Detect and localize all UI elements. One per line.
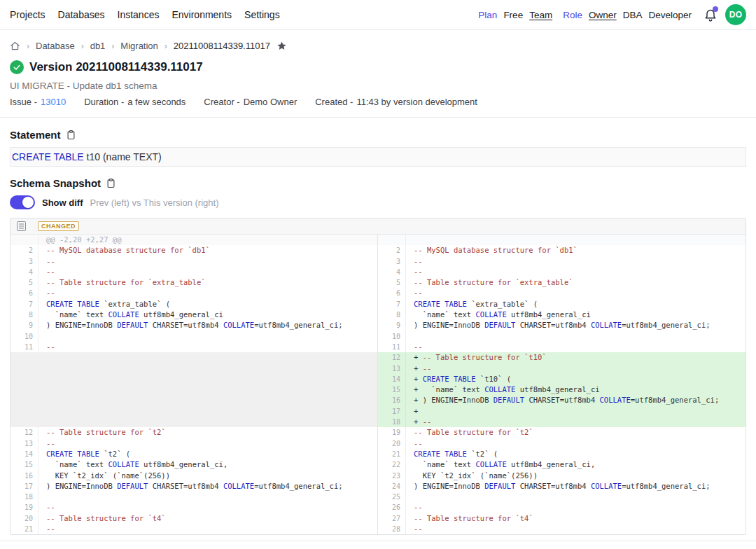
home-icon[interactable]: [10, 41, 20, 51]
top-nav-bar: Projects Databases Instances Environment…: [0, 0, 756, 30]
code-line: --: [38, 524, 377, 534]
line-number: 16: [378, 395, 406, 405]
line-number: 4: [10, 267, 38, 277]
line-number: 4: [378, 267, 406, 277]
sql-segment-c: -- MySQL database structure for `db1`: [46, 246, 210, 254]
code-line: [38, 331, 377, 342]
code-line: -- Table structure for `t2`: [38, 427, 377, 438]
breadcrumb: › Database › db1 › Migration › 202110081…: [0, 30, 756, 51]
page-title: Version 20211008114339.11017: [29, 60, 203, 74]
sql-segment-c: -- Table structure for `extra_table`: [414, 278, 573, 286]
sql-segment-c: --: [414, 524, 423, 533]
sql-segment-p: `t10` (: [476, 375, 512, 383]
diff-row: 21CREATE TABLE `t2` (: [378, 449, 746, 459]
copy-snapshot-icon[interactable]: [106, 178, 116, 188]
sql-segment-p: CHARSET=utf8mb4: [148, 482, 223, 490]
section-divider: [0, 117, 756, 118]
role-label[interactable]: Role: [563, 10, 582, 20]
line-number: 19: [378, 427, 406, 438]
line-number: [10, 235, 38, 245]
sql-segment-p: `name` text: [414, 310, 476, 319]
diff-row: 19-- Table structure for `t2`: [378, 427, 746, 438]
notification-bell-icon[interactable]: [702, 6, 719, 23]
role-option-owner[interactable]: Owner: [589, 10, 617, 20]
sql-segment-p: CHARSET=utf8mb4: [524, 396, 599, 404]
line-number: 17: [10, 481, 38, 492]
nav-item-environments[interactable]: Environments: [172, 9, 232, 20]
sql-segment-p: +: [414, 407, 418, 415]
success-check-icon: [10, 60, 24, 74]
breadcrumb-migration[interactable]: Migration: [120, 41, 158, 51]
code-line: `name` text COLLATE utf8mb4_general_ci,: [38, 459, 377, 470]
sql-segment-k: COLLATE: [476, 310, 507, 319]
diff-row: 6--: [10, 288, 377, 298]
line-number: 7: [10, 299, 38, 310]
sql-segment-c: -- MySQL database structure for `db1`: [414, 246, 578, 254]
nav-item-instances[interactable]: Instances: [118, 9, 160, 20]
sql-segment-k: DEFAULT: [117, 482, 148, 490]
nav-right-controls: Plan Free Team Role Owner DBA Developer …: [478, 4, 746, 25]
sql-segment-k: DEFAULT: [493, 396, 524, 404]
issue-link[interactable]: 13010: [41, 97, 66, 107]
breadcrumb-database[interactable]: Database: [36, 41, 75, 51]
role-option-developer[interactable]: Developer: [648, 10, 692, 20]
sql-segment-p: + ) ENGINE=InnoDB: [414, 396, 493, 404]
diff-row: 19--: [10, 502, 377, 513]
line-number: 5: [378, 277, 406, 288]
snapshot-section-header: Schema Snapshot: [10, 177, 746, 189]
sql-segment-k: CREATE TABLE: [414, 450, 467, 458]
diff-row: 7CREATE TABLE `extra_table` (: [10, 299, 377, 310]
sql-segment-p: t10 (name TEXT): [84, 151, 162, 162]
nav-item-databases[interactable]: Databases: [58, 9, 105, 20]
line-number: 26: [378, 502, 406, 513]
main-nav: Projects Databases Instances Environment…: [10, 9, 280, 20]
meta-duration-label: Duration -: [84, 97, 124, 107]
migration-subtitle: UI MIGRATE - Update db1 schema: [10, 81, 746, 91]
line-number: 20: [378, 438, 406, 449]
notification-dot: [713, 6, 718, 12]
diff-row: 10: [378, 331, 746, 342]
code-line: --: [406, 288, 746, 298]
copy-statement-icon[interactable]: [66, 130, 76, 140]
line-number: 15: [378, 384, 406, 395]
breadcrumb-version[interactable]: 20211008114339.11017: [174, 41, 270, 51]
plan-option-free[interactable]: Free: [503, 10, 523, 20]
diff-body[interactable]: @@ -2,20 +2,27 @@2-- MySQL database stru…: [10, 235, 746, 534]
plan-option-team[interactable]: Team: [529, 10, 552, 20]
sql-segment-p: =utf8mb4_general_ci;: [622, 482, 710, 490]
sql-segment-p: utf8mb4_general_ci,: [507, 460, 595, 468]
diff-row: 13+ --: [378, 363, 746, 374]
nav-item-projects[interactable]: Projects: [10, 9, 46, 20]
sql-segment-p: =utf8mb4_general_ci;: [631, 396, 719, 404]
favorite-star-icon[interactable]: [276, 41, 287, 51]
line-number: 24: [378, 481, 406, 492]
plan-label[interactable]: Plan: [478, 10, 497, 20]
line-number: 15: [10, 459, 38, 470]
sql-segment-c: --: [46, 503, 55, 511]
diff-row: 12+ -- Table structure for `t10`: [378, 352, 746, 363]
bottom-divider: [0, 541, 756, 541]
nav-item-settings[interactable]: Settings: [244, 9, 280, 20]
code-line: [406, 331, 746, 342]
sql-segment-k: COLLATE: [108, 460, 139, 468]
line-number: 13: [10, 438, 38, 449]
line-number: 20: [10, 513, 38, 524]
code-line: + --: [406, 417, 746, 427]
sql-segment-c: --: [46, 342, 55, 351]
breadcrumb-db1[interactable]: db1: [90, 41, 106, 51]
user-avatar[interactable]: DO: [725, 4, 746, 25]
line-number: 22: [378, 459, 406, 470]
code-line: CREATE TABLE `extra_table` (: [406, 299, 746, 310]
meta-created: Created - 11:43 by version development: [315, 97, 477, 107]
line-number: 8: [378, 310, 406, 320]
sql-segment-p: KEY `t2_idx` (`name`(256)): [46, 471, 170, 480]
code-line: + CREATE TABLE `t10` (: [406, 374, 746, 384]
sql-segment-p: ) ENGINE=InnoDB: [46, 482, 117, 490]
show-diff-toggle[interactable]: [10, 195, 35, 209]
role-option-dba[interactable]: DBA: [623, 10, 643, 20]
meta-issue: Issue - 13010: [10, 97, 66, 107]
line-number: 6: [378, 288, 406, 298]
line-number: 21: [378, 449, 406, 459]
diff-row: 5-- Table structure for `extra_table`: [378, 277, 746, 288]
code-line: --: [38, 288, 377, 298]
